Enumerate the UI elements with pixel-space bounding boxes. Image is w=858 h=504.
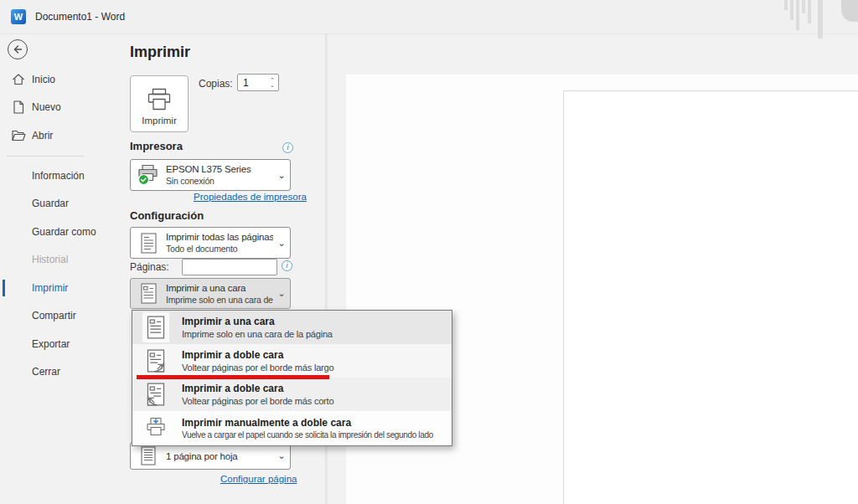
title-bar: W Documento1 - Word	[0, 0, 858, 34]
sidebar-item-label: Guardar	[32, 198, 69, 209]
two-sided-short-edge-icon	[142, 379, 169, 409]
home-icon	[11, 73, 26, 86]
sidebar-item-exportar[interactable]: Exportar	[0, 335, 111, 353]
sidebar-item-label: Compartir	[32, 310, 76, 321]
sidebar-item-label: Imprimir	[32, 282, 68, 294]
pages-per-sheet-icon	[131, 446, 166, 465]
document-preview-page	[563, 90, 858, 504]
page-title: Imprimir	[130, 44, 190, 61]
menu-item-subtitle: Voltear páginas por el borde más corto	[182, 396, 333, 406]
sidebar-item-label: Nuevo	[32, 101, 61, 113]
chevron-down-icon: ⌄	[273, 288, 290, 299]
sidebar-item-guardar[interactable]: Guardar	[0, 194, 111, 213]
open-folder-icon	[11, 130, 26, 141]
printer-icon	[146, 88, 173, 111]
back-arrow-icon	[13, 44, 23, 54]
printer-select[interactable]: EPSON L375 Series Sin conexión ⌄	[130, 159, 291, 191]
document-pages-icon	[131, 233, 166, 254]
menu-item-title: Imprimir manualmente a doble cara	[182, 417, 433, 429]
printer-properties-link[interactable]: Propiedades de impresora	[194, 192, 307, 202]
menu-item-subtitle: Vuelve a cargar el papel cuando se solic…	[182, 430, 433, 440]
print-button[interactable]: Imprimir	[130, 75, 189, 132]
sidebar-item-nuevo[interactable]: Nuevo	[0, 98, 111, 116]
sidebar-item-abrir[interactable]: Abrir	[0, 126, 111, 145]
printer-info-icon[interactable]: i	[282, 142, 293, 153]
printer-status-icon	[131, 164, 166, 186]
one-sided-page-icon	[131, 283, 166, 304]
pages-per-sheet-value: 1 página por hoja	[166, 451, 273, 461]
annotation-red-underline	[137, 375, 329, 379]
menu-item-doble-cara-largo[interactable]: Imprimir a doble cara Voltear páginas po…	[132, 344, 452, 378]
sides-select-title: Imprimir a una cara	[166, 283, 273, 293]
sidebar-item-cerrar[interactable]: Cerrar	[0, 363, 111, 381]
pages-label: Páginas:	[130, 261, 169, 273]
one-sided-page-icon	[142, 312, 169, 342]
menu-item-title: Imprimir a doble cara	[182, 349, 333, 361]
menu-item-subtitle: Voltear páginas por el borde más largo	[182, 363, 333, 373]
print-button-label: Imprimir	[142, 116, 177, 126]
chevron-down-icon: ⌄	[273, 238, 290, 249]
two-sided-long-edge-icon	[142, 346, 169, 376]
pages-input[interactable]	[182, 259, 277, 275]
sidebar-item-label: Cerrar	[32, 366, 60, 378]
menu-item-una-cara[interactable]: Imprimir a una cara Imprime solo en una …	[132, 311, 452, 344]
sidebar-divider	[7, 156, 84, 157]
sides-select-subtitle: Imprime solo en una cara de…	[166, 295, 273, 305]
printer-name: EPSON L375 Series	[166, 164, 273, 174]
pages-info-icon[interactable]: i	[282, 260, 292, 271]
sidebar-item-imprimir[interactable]: Imprimir	[0, 279, 111, 297]
menu-item-title: Imprimir a doble cara	[182, 383, 333, 394]
menu-item-doble-cara-corto[interactable]: Imprimir a doble cara Voltear páginas po…	[132, 378, 452, 411]
window-title: Documento1 - Word	[35, 0, 125, 33]
printer-section-heading: Impresora	[130, 140, 183, 152]
settings-section-heading: Configuración	[130, 209, 204, 222]
sidebar-item-informacion[interactable]: Información	[0, 167, 111, 185]
manual-duplex-printer-icon	[142, 413, 169, 443]
new-document-icon	[11, 100, 26, 114]
sidebar-item-label: Inicio	[32, 74, 55, 85]
sidebar-item-inicio[interactable]: Inicio	[0, 70, 111, 89]
sidebar-item-guardar-como[interactable]: Guardar como	[0, 223, 111, 241]
chevron-down-icon: ⌄	[273, 450, 290, 461]
print-range-subtitle: Todo el documento	[166, 244, 273, 254]
copies-stepper[interactable]: 1 ⌃ ⌄	[237, 74, 279, 91]
sidebar-item-label: Abrir	[32, 130, 53, 141]
sidebar-item-label: Información	[32, 170, 85, 182]
print-range-select[interactable]: Imprimir todas las páginas Todo el docum…	[130, 227, 291, 259]
printer-status: Sin conexión	[166, 176, 273, 186]
copies-value: 1	[238, 77, 266, 89]
sidebar-item-compartir[interactable]: Compartir	[0, 306, 111, 325]
page-setup-link[interactable]: Configurar página	[220, 474, 297, 484]
sidebar-item-historial: Historial	[0, 250, 111, 269]
word-app-icon: W	[11, 9, 26, 24]
sidebar-item-label: Historial	[32, 254, 68, 265]
chevron-down-icon: ⌄	[273, 170, 290, 181]
sides-select[interactable]: Imprimir a una cara Imprime solo en una …	[130, 278, 291, 309]
copies-label: Copias:	[199, 78, 233, 90]
menu-item-title: Imprimir a una cara	[182, 316, 333, 327]
sidebar-item-label: Exportar	[32, 338, 70, 350]
print-range-title: Imprimir todas las páginas	[166, 232, 273, 242]
menu-item-manual-doble-cara[interactable]: Imprimir manualmente a doble cara Vuelve…	[132, 411, 452, 445]
spinner-down-icon[interactable]: ⌄	[270, 83, 275, 88]
sidebar-item-label: Guardar como	[32, 226, 96, 238]
menu-item-subtitle: Imprime solo en una cara de la página	[182, 329, 333, 339]
back-button[interactable]	[8, 39, 28, 59]
